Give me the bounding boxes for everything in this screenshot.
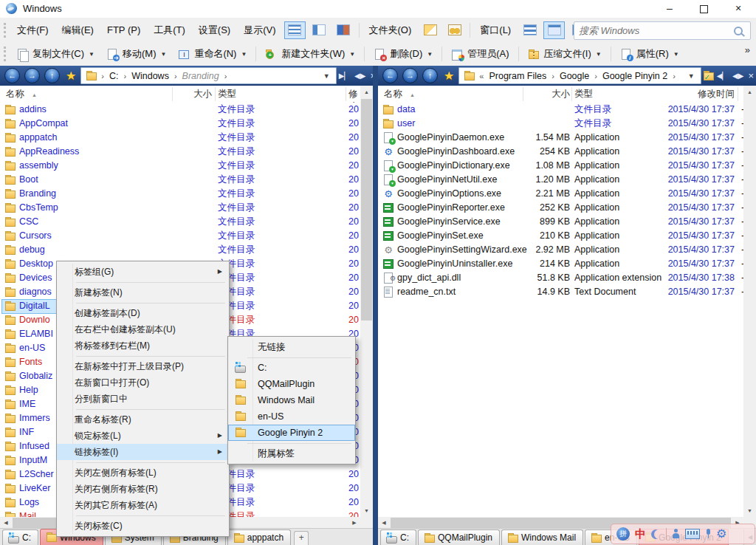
back-button[interactable]: ←	[382, 68, 398, 83]
context-menu-item[interactable]: 在新窗口中打开(O)	[57, 374, 229, 391]
breadcrumb-dropdown-icon[interactable]: ▼	[320, 72, 333, 80]
toolbar-button[interactable]: 新建文件夹(W)▼	[259, 44, 361, 64]
file-row[interactable]: data文件目录2015/4/30 17:37-	[378, 103, 743, 117]
list-view-button[interactable]	[284, 21, 306, 39]
column-type[interactable]: 类型	[574, 88, 593, 100]
submenu-item[interactable]: en-US	[228, 408, 355, 425]
submenu-item[interactable]: 附属标签	[228, 445, 355, 462]
pane-splitter[interactable]	[373, 66, 378, 545]
context-menu-item[interactable]: 关闭左侧所有标签(L)	[57, 465, 229, 481]
maximize-button[interactable]	[687, 0, 721, 17]
context-menu-item[interactable]: 链接标签(I)▶	[57, 444, 229, 460]
dropdown-arrow-icon[interactable]: ▼	[596, 51, 602, 58]
pin-pane-button[interactable]: ▶▏	[339, 72, 350, 80]
scroll-left-icon[interactable]: ◀	[0, 517, 12, 529]
up-button[interactable]: ↑	[44, 68, 60, 83]
context-menu-item[interactable]: 标签组(G)▶	[57, 264, 229, 280]
file-row[interactable]: ⚙GooglePinyinOptions.exe2.21 MBApplicati…	[378, 187, 743, 201]
column-type[interactable]: 类型	[218, 88, 236, 100]
left-vertical-scrollbar[interactable]: ▲ ▼	[360, 86, 373, 517]
scroll-up-icon[interactable]: ▲	[360, 86, 373, 98]
context-menu-item[interactable]: 锁定标签(L)▶	[57, 428, 229, 444]
scroll-down-icon[interactable]: ▼	[743, 504, 756, 517]
file-row[interactable]: GooglePinyinNetUtil.exe1.20 MBApplicatio…	[378, 173, 743, 187]
file-row[interactable]: Boot文件目录20	[0, 173, 360, 187]
dropdown-arrow-icon[interactable]: ▼	[673, 51, 679, 58]
voice-input-icon[interactable]	[705, 529, 711, 539]
back-button[interactable]: ←	[4, 68, 20, 83]
toolbar-button[interactable]: 管理员(A)	[445, 44, 515, 64]
menubar-item[interactable]: 文件夹(O)	[362, 22, 419, 38]
context-menu-item[interactable]: 新建标签(N)	[57, 284, 229, 301]
favorites-star-icon[interactable]: ★	[66, 69, 76, 83]
add-tab-button[interactable]: +	[294, 531, 309, 545]
file-row[interactable]: apppatch文件目录20	[0, 131, 360, 145]
details-view-button[interactable]	[309, 21, 330, 39]
scroll-up-icon[interactable]: ▲	[743, 86, 756, 98]
file-row[interactable]: CbsTemp文件目录20	[0, 201, 360, 215]
search-input[interactable]	[574, 25, 734, 36]
column-modified[interactable]: 修改时间	[662, 88, 735, 100]
submenu-item[interactable]: C:	[228, 360, 355, 376]
breadcrumb[interactable]: «Program Files›Google›Google Pinyin 2›▼	[458, 67, 701, 84]
minimize-button[interactable]: –	[653, 0, 687, 17]
file-row[interactable]: readme_cn.txt14.9 KBText Document2015/4/…	[378, 285, 743, 299]
pane-tab[interactable]: QQMailPlugin	[418, 529, 500, 545]
submenu-item[interactable]: Google Pinyin 2	[228, 425, 355, 441]
context-menu-item[interactable]: 分到新窗口中	[57, 391, 229, 407]
soft-keyboard-icon[interactable]	[685, 529, 700, 539]
favorites-star-icon[interactable]: ★	[444, 69, 454, 83]
breadcrumb-segment[interactable]: Branding	[181, 71, 221, 81]
up-button[interactable]: ↑	[422, 68, 438, 83]
menubar-item[interactable]: 窗口(L)	[473, 22, 518, 38]
breadcrumb-segment[interactable]: C:	[108, 71, 120, 81]
menubar-item[interactable]: 设置(S)	[192, 22, 237, 38]
toolbar-button[interactable]: 压缩文件(I)▼	[522, 44, 608, 64]
submenu-item[interactable]: QQMailPlugin	[228, 376, 355, 392]
file-row[interactable]: ⚙GooglePinyinDashboard.exe254 KBApplicat…	[378, 145, 743, 159]
file-row[interactable]: GooglePinyinService.exe899 KBApplication…	[378, 215, 743, 229]
forward-button[interactable]: →	[402, 68, 418, 83]
forward-button[interactable]: →	[24, 68, 40, 83]
pane-tab[interactable]: apppatch	[227, 529, 291, 545]
dropdown-arrow-icon[interactable]: ▼	[427, 51, 433, 58]
column-name[interactable]: 名称▲	[384, 88, 415, 100]
toolbar-button[interactable]: 复制文件(C)▼	[10, 44, 100, 64]
pane-tab[interactable]: C:	[2, 529, 38, 545]
right-vertical-scrollbar[interactable]: ▲ ▼	[743, 86, 756, 517]
breadcrumb-segment[interactable]: Program Files	[487, 71, 548, 81]
menubar-item[interactable]: 显示(V)	[237, 22, 282, 38]
half-full-width-icon[interactable]	[651, 529, 661, 539]
swap-panes-button[interactable]: ◀▶	[354, 72, 365, 80]
file-row[interactable]: GooglePinyinReporter.exe252 KBApplicatio…	[378, 201, 743, 215]
file-row[interactable]: AppCompat文件目录20	[0, 117, 360, 131]
context-menu-item[interactable]: 在新标签中打开上级目录(P)	[57, 358, 229, 374]
menubar-item[interactable]: 文件(F)	[10, 22, 55, 38]
google-pinyin-logo-icon[interactable]: 拼	[616, 527, 630, 541]
context-menu-item[interactable]: 将标签移到右栏(M)	[57, 337, 229, 354]
file-row[interactable]: Branding文件目录20	[0, 187, 360, 201]
search-box[interactable]	[574, 21, 751, 40]
dropdown-arrow-icon[interactable]: ▼	[241, 51, 247, 58]
toolbar-button[interactable]: 移动(M)▼	[100, 44, 172, 64]
toolbar-button[interactable]: 删除(D)▼	[368, 44, 439, 64]
file-row[interactable]: GooglePinyinDaemon.exe1.54 MBApplication…	[378, 131, 743, 145]
submenu-item[interactable]: Windows Mail	[228, 392, 355, 408]
menubar-item[interactable]: 工具(T)	[147, 22, 192, 38]
toolbar-overflow-button[interactable]: »	[745, 44, 750, 55]
thumbnails-view-button[interactable]	[333, 21, 354, 39]
pin-pane-button[interactable]: ◀▏	[717, 72, 728, 80]
context-menu-item[interactable]: 重命名标签(R)	[57, 411, 229, 428]
file-row[interactable]: addins文件目录20	[0, 103, 360, 117]
column-size[interactable]: 大小	[502, 88, 570, 100]
file-row[interactable]: AppReadiness文件目录20	[0, 145, 360, 159]
layout-vertical-split-button[interactable]	[543, 21, 565, 39]
scroll-right-icon[interactable]: ▶	[348, 517, 360, 529]
breadcrumb[interactable]: ›C:›Windows›Branding›▼	[80, 67, 336, 84]
menubar-item[interactable]: FTP (P)	[100, 22, 147, 38]
file-row[interactable]: assembly文件目录20	[0, 159, 360, 173]
file-row[interactable]: user文件目录2015/4/30 17:37-	[378, 117, 743, 131]
breadcrumb-segment[interactable]: Google Pinyin 2	[601, 71, 669, 81]
dropdown-arrow-icon[interactable]: ▼	[160, 51, 166, 58]
copy-folder-structure-button[interactable]	[419, 21, 441, 39]
